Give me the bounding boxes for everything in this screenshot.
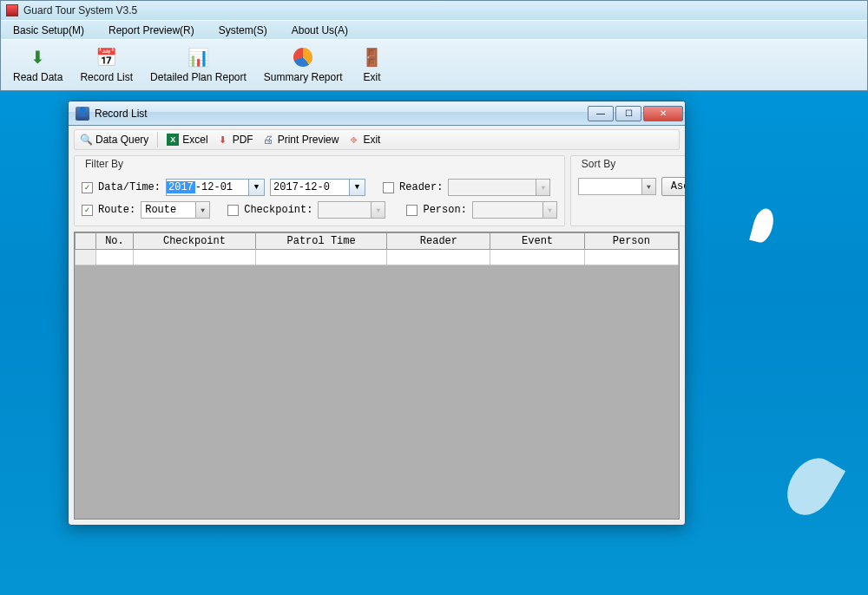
child-toolbar: Data Query Excel PDF Print Preview Exit	[74, 129, 680, 150]
toolbar-read-data[interactable]: Read Data	[10, 43, 66, 85]
toolbar-record-list[interactable]: Record List	[76, 43, 136, 85]
menu-bar: Basic Setup(M) Report Preview(R) System(…	[1, 20, 867, 39]
bar-chart-icon	[186, 45, 210, 69]
exit-icon	[360, 45, 385, 69]
minimize-button[interactable]: —	[588, 106, 614, 121]
record-list-window: Record List — ☐ ✕ Data Query Excel PDF	[68, 101, 686, 526]
toolbar-summary-report[interactable]: Summary Report	[260, 43, 346, 85]
download-icon	[26, 45, 50, 69]
separator	[157, 132, 158, 147]
checkpoint-checkbox[interactable]	[227, 205, 239, 216]
checkpoint-combo[interactable]: ▼	[318, 201, 385, 219]
row-header	[76, 250, 96, 265]
pie-chart-icon	[291, 45, 315, 69]
desktop-decoration-2	[778, 449, 845, 524]
excel-icon	[167, 134, 179, 146]
date-to-input[interactable]: ▼	[270, 179, 365, 196]
toolbar-detailed-plan-report[interactable]: Detailed Plan Report	[147, 43, 250, 85]
sort-field-combo[interactable]: ▼	[578, 178, 656, 195]
menu-about-us[interactable]: About Us(A)	[286, 22, 353, 39]
main-titlebar: Guard Tour System V3.5	[1, 1, 867, 20]
window-controls: — ☐ ✕	[586, 106, 683, 121]
close-button[interactable]: ✕	[643, 106, 683, 121]
calendar-icon	[95, 45, 119, 69]
reader-label: Reader:	[399, 181, 443, 193]
reader-checkbox[interactable]	[383, 182, 394, 193]
child-titlebar[interactable]: Record List — ☐ ✕	[69, 101, 685, 126]
results-table-wrap: No. Checkpoint Patrol Time Reader Event …	[74, 232, 680, 520]
col-event[interactable]: Event	[490, 233, 584, 250]
main-window: Guard Tour System V3.5 Basic Setup(M) Re…	[0, 0, 868, 91]
print-preview-button[interactable]: Print Preview	[262, 134, 339, 146]
route-combo[interactable]: ▼	[141, 201, 210, 219]
chevron-down-icon[interactable]: ▼	[542, 202, 556, 218]
main-toolbar: Read Data Record List Detailed Plan Repo…	[1, 39, 867, 90]
table-row[interactable]	[76, 250, 679, 265]
date-from-input[interactable]: 2017-12-01 ▼	[166, 179, 265, 196]
chevron-down-icon[interactable]: ▼	[248, 180, 264, 195]
sort-by-panel: Sort By ▼ Asc	[570, 155, 686, 226]
sort-order-button[interactable]: Asc	[661, 177, 686, 196]
exit-door-icon	[347, 134, 359, 146]
checkpoint-label: Checkpoint:	[244, 204, 312, 216]
table-header-row: No. Checkpoint Patrol Time Reader Event …	[76, 233, 679, 250]
data-query-button[interactable]: Data Query	[80, 134, 148, 146]
sort-legend: Sort By	[578, 158, 619, 170]
record-list-icon	[76, 107, 89, 121]
datetime-label: Data/Time:	[98, 181, 161, 193]
col-reader[interactable]: Reader	[387, 233, 490, 250]
search-icon	[80, 134, 92, 146]
menu-basic-setup[interactable]: Basic Setup(M)	[8, 22, 89, 39]
excel-button[interactable]: Excel	[167, 134, 207, 146]
menu-system[interactable]: System(S)	[214, 22, 273, 39]
route-checkbox[interactable]	[82, 205, 93, 216]
app-title: Guard Tour System V3.5	[23, 4, 137, 16]
filter-by-panel: Filter By Data/Time: 2017-12-01 ▼ ▼	[74, 155, 565, 226]
reader-combo[interactable]: ▼	[448, 179, 550, 196]
chevron-down-icon[interactable]: ▼	[349, 180, 365, 195]
person-label: Person:	[423, 204, 466, 216]
printer-icon	[262, 134, 274, 146]
person-combo[interactable]: ▼	[472, 201, 557, 219]
route-label: Route:	[98, 204, 135, 216]
toolbar-exit[interactable]: Exit	[357, 43, 388, 85]
maximize-button[interactable]: ☐	[615, 106, 641, 121]
person-checkbox[interactable]	[406, 205, 418, 216]
row-header-corner	[76, 233, 96, 250]
desktop-decoration	[749, 206, 777, 245]
filter-legend: Filter By	[82, 158, 127, 170]
app-icon	[6, 4, 18, 16]
chevron-down-icon[interactable]: ▼	[536, 180, 549, 195]
chevron-down-icon[interactable]: ▼	[371, 202, 385, 218]
pdf-icon	[217, 134, 229, 146]
chevron-down-icon[interactable]: ▼	[641, 179, 655, 194]
child-title-text: Record List	[95, 108, 148, 120]
col-no[interactable]: No.	[95, 233, 133, 250]
exit-button[interactable]: Exit	[347, 134, 380, 146]
col-person[interactable]: Person	[584, 233, 678, 250]
col-patrol-time[interactable]: Patrol Time	[255, 233, 387, 250]
datetime-checkbox[interactable]	[82, 182, 93, 193]
col-checkpoint[interactable]: Checkpoint	[134, 233, 256, 250]
chevron-down-icon[interactable]: ▼	[195, 202, 209, 218]
pdf-button[interactable]: PDF	[217, 134, 253, 146]
results-table: No. Checkpoint Patrol Time Reader Event …	[75, 232, 679, 265]
menu-report-preview[interactable]: Report Preview(R)	[103, 22, 200, 39]
